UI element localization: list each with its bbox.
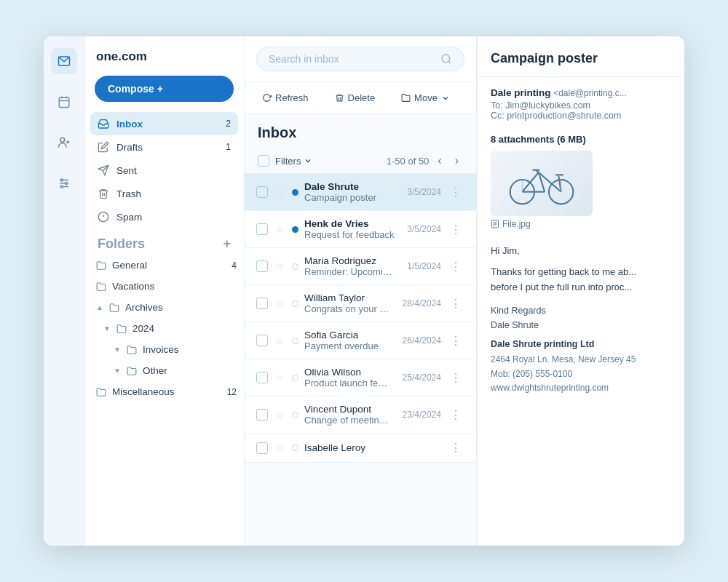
folder-general-label: General (112, 260, 147, 271)
unread-dot-7 (292, 412, 298, 418)
email-sender-6: Olivia Wilson (304, 367, 391, 378)
unread-dot-1 (292, 189, 298, 196)
inbox-header: Inbox (245, 114, 476, 148)
prev-page-button[interactable]: ‹ (433, 153, 446, 169)
email-subject-7: Change of meeting time (304, 415, 391, 426)
folder-general[interactable]: General 4 (84, 255, 244, 276)
search-input[interactable] (269, 53, 433, 65)
email-checkbox-5[interactable] (256, 335, 268, 346)
email-content-2: Henk de Vries Request for feedback (304, 218, 395, 240)
folder-archives[interactable]: ▲ Archives (84, 297, 244, 318)
mark-unread-button[interactable]: Mark as unread (469, 88, 477, 108)
email-star-2[interactable]: ☆ (275, 223, 285, 235)
move-label: Move (414, 92, 438, 103)
pagination-text: 1-50 of 50 (387, 156, 430, 167)
refresh-button[interactable]: Refresh (255, 88, 316, 108)
folder-other[interactable]: ▼ Other (84, 360, 244, 381)
add-folder-button[interactable]: + (223, 237, 231, 250)
email-more-6[interactable]: ⋮ (447, 371, 464, 385)
email-sender-7: Vincent Dupont (304, 404, 391, 415)
email-checkbox-8[interactable] (256, 442, 268, 454)
detail-from-email: <dale@printing.c... (553, 88, 627, 98)
detail-from: Dale printing <dale@printing.c... To: Ji… (478, 77, 684, 125)
email-more-7[interactable]: ⋮ (447, 408, 464, 422)
email-checkbox-4[interactable] (256, 298, 268, 309)
folder-miscellaneous-label: Miscellaneous (112, 386, 175, 397)
move-button[interactable]: Move (394, 88, 457, 108)
app-logo: one.com (84, 36, 244, 71)
email-checkbox-1[interactable] (256, 186, 268, 198)
email-row-4[interactable]: ☆ William Taylor Congrats on your new ro… (245, 285, 476, 322)
calendar-nav-icon[interactable] (51, 89, 77, 115)
email-star-4[interactable]: ☆ (275, 298, 285, 309)
next-page-button[interactable]: › (451, 153, 463, 169)
attachments-section: 8 attachments (6 MB) (478, 125, 684, 235)
email-row-1[interactable]: ☆ Dale Shrute Campaign poster 3/5/2024 ⋮ (245, 174, 476, 211)
sig-web: www.dwightshruteprinting.com (491, 381, 671, 395)
email-row-6[interactable]: ☆ Olivia Wilson Product launch feedback … (245, 359, 476, 396)
svg-rect-1 (59, 97, 69, 108)
delete-button[interactable]: Delete (328, 88, 383, 108)
email-more-8[interactable]: ⋮ (447, 441, 464, 455)
sidebar-item-inbox[interactable]: Inbox 2 (90, 112, 238, 135)
email-more-3[interactable]: ⋮ (447, 260, 464, 274)
attachments-label: 8 attachments (6 MB) (491, 134, 671, 145)
email-more-2[interactable]: ⋮ (447, 223, 464, 236)
sig-company: Dale Shrute printing Ltd (491, 337, 671, 351)
email-row-2[interactable]: ☆ Henk de Vries Request for feedback 3/5… (245, 211, 476, 248)
email-checkbox-7[interactable] (256, 409, 268, 420)
settings-nav-icon[interactable] (51, 170, 77, 196)
folder-invoices[interactable]: ▼ Invoices (84, 339, 244, 360)
search-input-wrap[interactable] (256, 47, 464, 71)
email-row-5[interactable]: ☆ Sofia Garcia Payment overdue 26/4/2024… (245, 322, 476, 359)
email-checkbox-3[interactable] (256, 260, 268, 272)
email-more-1[interactable]: ⋮ (447, 186, 464, 199)
body-greeting: Hi Jim, (491, 244, 671, 259)
select-all-checkbox[interactable] (258, 155, 269, 167)
email-sender-2: Henk de Vries (304, 218, 395, 229)
sidebar-item-sent[interactable]: Sent (90, 159, 238, 182)
sidebar-item-trash[interactable]: Trash (90, 182, 238, 205)
attachment-thumbnail[interactable] (491, 151, 593, 216)
email-checkbox-6[interactable] (256, 372, 268, 383)
email-star-1[interactable]: ☆ (275, 186, 285, 198)
filters-button[interactable]: Filters (275, 156, 312, 167)
sidebar-item-drafts[interactable]: Drafts 1 (90, 135, 238, 159)
detail-title: Campaign poster (478, 36, 684, 77)
compose-button[interactable]: Compose + (95, 76, 234, 102)
svg-point-11 (60, 179, 63, 181)
email-star-6[interactable]: ☆ (275, 372, 285, 383)
email-content-3: Maria Rodriguez Reminder: Upcoming deadl… (304, 255, 395, 277)
inbox-title: Inbox (258, 124, 463, 141)
email-subject-1: Campaign poster (304, 192, 395, 203)
email-row-3[interactable]: ☆ Maria Rodriguez Reminder: Upcoming dea… (245, 248, 476, 285)
mail-nav-icon[interactable] (51, 48, 77, 74)
file-icon (491, 220, 499, 228)
folder-vacations-label: Vacations (112, 281, 154, 292)
drafts-label: Drafts (116, 142, 143, 153)
email-checkbox-2[interactable] (256, 223, 268, 235)
body-regards: Kind Regards Dale Shrute (491, 303, 671, 332)
email-more-4[interactable]: ⋮ (447, 297, 464, 311)
email-star-5[interactable]: ☆ (275, 335, 285, 346)
email-star-8[interactable]: ☆ (275, 442, 285, 454)
sidebar-item-spam[interactable]: Spam (90, 205, 238, 228)
attachment-label: File.jpg (491, 219, 671, 229)
email-content-6: Olivia Wilson Product launch feedback (304, 367, 391, 388)
email-star-3[interactable]: ☆ (275, 260, 285, 272)
email-content-7: Vincent Dupont Change of meeting time (304, 404, 391, 426)
unread-dot-5 (292, 338, 298, 344)
refresh-icon (262, 93, 272, 103)
unread-dot-3 (292, 263, 298, 270)
folder-miscellaneous[interactable]: Miscellaneous 12 (84, 381, 244, 402)
email-star-7[interactable]: ☆ (275, 409, 285, 420)
email-row-7[interactable]: ☆ Vincent Dupont Change of meeting time … (245, 396, 476, 434)
file-name-label: File.jpg (502, 219, 531, 229)
filters-label: Filters (275, 156, 301, 167)
folder-vacations[interactable]: Vacations (84, 276, 244, 297)
email-more-5[interactable]: ⋮ (447, 334, 464, 348)
email-row-8[interactable]: ☆ Isabelle Leroy ⋮ (245, 434, 476, 463)
contacts-nav-icon[interactable] (51, 129, 77, 156)
folder-2024[interactable]: ▼ 2024 (84, 318, 244, 339)
search-bar (245, 36, 476, 82)
